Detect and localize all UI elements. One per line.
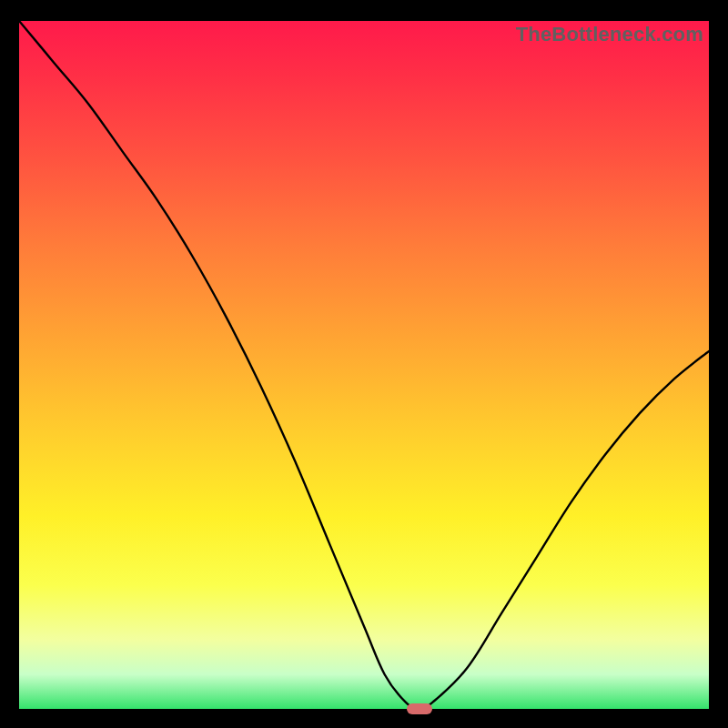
bottleneck-curve-path xyxy=(19,21,709,709)
optimal-point-marker xyxy=(407,703,432,714)
bottleneck-chart: TheBottleneck.com xyxy=(0,0,728,728)
plot-area: TheBottleneck.com xyxy=(19,21,709,709)
bottleneck-curve xyxy=(19,21,709,709)
